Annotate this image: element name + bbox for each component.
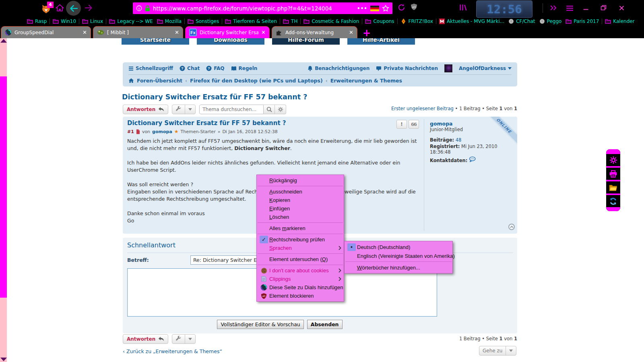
url-bar[interactable]: https://www.camp-firefox.de/forum/viewto…	[133, 2, 392, 14]
report-post-button[interactable]: !	[396, 120, 407, 129]
restore-window-icon[interactable]	[601, 5, 607, 10]
refresh-button[interactable]	[606, 195, 620, 207]
tab-dictionary-switcher[interactable]: Fx Dictionary Switcher Ersatz für F ✕	[185, 26, 270, 38]
chevron-down-icon[interactable]	[506, 346, 516, 355]
menu-item-delete[interactable]: Löschen	[257, 213, 344, 221]
scroll-up-arrow-icon[interactable]	[0, 39, 7, 43]
rules-link[interactable]: Regeln	[231, 66, 258, 71]
breadcrumb-link[interactable]: Foren-Übersicht	[137, 78, 182, 84]
post-count-link[interactable]: 48	[456, 137, 462, 143]
search-input[interactable]	[199, 105, 264, 114]
tab-close-icon[interactable]: ✕	[261, 29, 266, 35]
bookmark-item[interactable]: Coupons	[363, 19, 396, 24]
url-text[interactable]: https://www.camp-firefox.de/forum/viewto…	[153, 5, 354, 12]
avatar[interactable]	[444, 64, 452, 72]
menu-item-add-to-dials[interactable]: Diese Seite zu Dials hinzufügen	[257, 283, 344, 292]
quote-button[interactable]: 66	[409, 120, 419, 129]
home-icon[interactable]	[56, 4, 64, 12]
first-unread-link[interactable]: Erster ungelesener Beitrag	[391, 106, 454, 111]
scroll-down-arrow-icon[interactable]	[0, 358, 7, 361]
settings-button[interactable]	[606, 154, 620, 166]
submenu-item-add-dictionaries[interactable]: Wörterbücher hinzufügen...	[345, 263, 452, 272]
page-actions-icon[interactable]: •••	[357, 6, 367, 11]
hamburger-menu-icon[interactable]	[566, 5, 574, 11]
bookmark-item[interactable]: Cosmetic & Fashion	[301, 19, 361, 24]
forward-arrow-icon[interactable]	[85, 4, 93, 11]
bookmark-item[interactable]: Sonstiges	[186, 19, 221, 24]
search-button[interactable]	[264, 105, 275, 114]
wrench-icon[interactable]	[172, 105, 185, 114]
bookmark-item[interactable]: Peggo	[537, 19, 564, 24]
author-link[interactable]: gomopa	[152, 129, 172, 134]
tab-addons[interactable]: Add-ons-Verwaltung ✕	[272, 26, 357, 38]
breadcrumb-link[interactable]: Erweiterungen & Themes	[330, 78, 402, 84]
reply-button[interactable]: Antworten	[123, 105, 168, 114]
close-window-icon[interactable]	[619, 5, 625, 11]
bookmark-item[interactable]: Aktuelles - MVG Märki...	[437, 19, 506, 24]
reply-button[interactable]: Antworten	[123, 334, 168, 344]
chevron-down-icon[interactable]	[185, 335, 195, 343]
tab-groupspeeddial[interactable]: GroupSpeedDial ✕	[1, 26, 91, 38]
minimize-icon[interactable]	[583, 6, 589, 10]
bookmark-item[interactable]: Paris 2017	[564, 19, 601, 24]
german-flag-icon[interactable]	[370, 6, 379, 11]
reload-icon[interactable]	[398, 4, 405, 11]
tab-close-icon[interactable]: ✕	[349, 29, 353, 35]
bookmark-item[interactable]: Legacy --> WE	[107, 19, 155, 24]
submit-button[interactable]: Absenden	[307, 320, 343, 329]
bookmark-item[interactable]: FRITZ!Box	[398, 19, 435, 24]
jump-to-button[interactable]: Gehe zu	[479, 346, 516, 356]
bookmark-item[interactable]: Rasp	[25, 19, 49, 24]
menu-item-cut[interactable]: Ausschneiden	[257, 187, 344, 196]
bookmark-item[interactable]: Linux	[80, 19, 105, 24]
open-folder-button[interactable]	[606, 181, 620, 193]
submenu-item-german[interactable]: ●Deutsch (Deutschland)	[345, 243, 452, 251]
page-scrollbar[interactable]	[0, 38, 7, 362]
scroll-top-button[interactable]	[508, 224, 515, 230]
tab-close-icon[interactable]: ✕	[175, 29, 179, 35]
menu-item-languages[interactable]: Sprachen	[257, 244, 344, 252]
user-menu[interactable]: AngelOfDarkness	[459, 66, 512, 71]
overflow-chevrons-icon[interactable]	[550, 5, 557, 11]
search-settings-button[interactable]	[275, 105, 286, 114]
bookmark-item[interactable]: Tierforen & Seiten	[223, 19, 279, 24]
back-button[interactable]	[66, 1, 81, 16]
bookmark-item[interactable]: CF/Chat	[506, 19, 537, 24]
quick-links-menu[interactable]: Schnellzugriff	[128, 66, 173, 71]
topic-tools-button[interactable]	[172, 334, 196, 344]
menu-item-select-all[interactable]: Alles markieren	[257, 224, 344, 232]
tab-close-icon[interactable]: ✕	[83, 29, 87, 35]
chevron-down-icon[interactable]	[185, 105, 195, 114]
full-editor-button[interactable]: Vollständiger Editor & Vorschau	[217, 320, 303, 329]
wrench-icon[interactable]	[172, 335, 185, 343]
ublock-icon[interactable]: uO	[411, 3, 417, 10]
topic-tools-button[interactable]	[172, 105, 196, 114]
faq-link[interactable]: ?FAQ	[206, 66, 224, 71]
info-icon[interactable]	[136, 5, 142, 11]
bookmark-star-icon[interactable]	[382, 5, 389, 12]
menu-item-idcac[interactable]: I don't care about cookies	[257, 266, 344, 275]
bookmark-item[interactable]: Mozilla	[155, 19, 184, 24]
menu-item-inspect-element[interactable]: Element untersuchen (Q)	[257, 255, 344, 263]
library-icon[interactable]	[459, 4, 467, 11]
menu-item-undo[interactable]: Rückgängig	[257, 176, 344, 185]
print-button[interactable]	[606, 168, 620, 180]
notifications-link[interactable]: Benachrichtigungen	[308, 66, 369, 71]
bookmark-item[interactable]: Kalender	[603, 19, 636, 24]
tab-mibbit[interactable]: [ Mibbit ] ✕	[93, 26, 183, 38]
contact-bubble-icon[interactable]	[469, 156, 476, 162]
menu-item-clippings[interactable]: Clippings	[257, 275, 344, 283]
menu-item-paste[interactable]: Einfügen	[257, 204, 344, 213]
new-tab-button[interactable]: +	[359, 28, 374, 38]
bookmark-item[interactable]: Win10	[51, 19, 78, 24]
menu-item-copy[interactable]: Kopieren	[257, 196, 344, 204]
menu-item-block-element[interactable]: uOElement blockieren	[257, 292, 344, 300]
menu-item-check-spelling[interactable]: ✓Rechtschreibung prüfen	[257, 235, 344, 244]
back-to-forum-link[interactable]: ‹ Zurück zu „Erweiterungen & Themes“	[123, 348, 222, 354]
scrollbar-thumb[interactable]	[0, 76, 7, 298]
bookmark-item[interactable]: TH	[281, 19, 299, 24]
private-messages-link[interactable]: Private Nachrichten	[376, 66, 438, 71]
chat-link[interactable]: ?Chat	[180, 66, 200, 71]
submenu-item-english[interactable]: Englisch (Vereinigte Staaten von Amerika…	[345, 251, 452, 260]
breadcrumb-link[interactable]: Firefox für den Desktop (wie PCs und Lap…	[190, 78, 323, 84]
